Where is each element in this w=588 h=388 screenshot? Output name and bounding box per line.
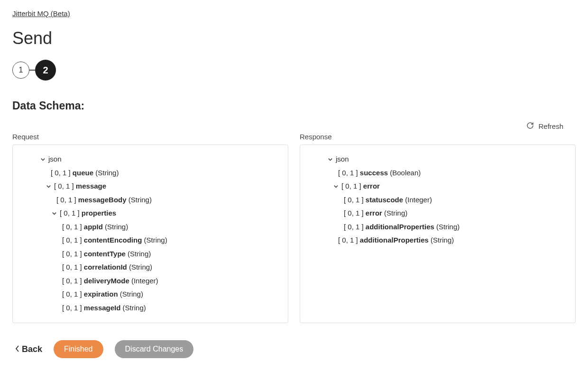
chevron-down-icon[interactable] — [51, 210, 57, 217]
refresh-icon — [526, 122, 534, 131]
chevron-down-icon[interactable] — [39, 156, 46, 162]
tree-node-label: [ 0, 1 ] error — [341, 181, 380, 192]
tree-node-label: json — [336, 154, 349, 165]
tree-node[interactable]: [ 0, 1 ] properties — [18, 207, 283, 220]
tree-node-label: [ 0, 1 ] error (String) — [344, 208, 407, 219]
stepper: 1 2 — [12, 60, 576, 81]
tree-node: [ 0, 1 ] queue (String) — [18, 166, 283, 180]
tree-node-label: [ 0, 1 ] additionalProperties (String) — [338, 235, 454, 246]
tree-node-label: [ 0, 1 ] success (Boolean) — [338, 168, 421, 179]
tree-node-label: [ 0, 1 ] message — [54, 181, 106, 192]
request-schema-box[interactable]: json[ 0, 1 ] queue (String)[ 0, 1 ] mess… — [12, 144, 288, 323]
tree-node-label: [ 0, 1 ] queue (String) — [51, 168, 119, 179]
tree-node-label: [ 0, 1 ] expiration (String) — [62, 289, 143, 300]
tree-node: [ 0, 1 ] deliveryMode (Integer) — [18, 274, 283, 288]
tree-node: [ 0, 1 ] contentEncoding (String) — [18, 234, 283, 247]
discard-changes-button[interactable]: Discard Changes — [115, 340, 194, 358]
breadcrumb-link[interactable]: Jitterbit MQ (Beta) — [12, 9, 70, 18]
tree-node: [ 0, 1 ] success (Boolean) — [305, 166, 570, 180]
tree-node: [ 0, 1 ] messageBody (String) — [18, 193, 283, 207]
chevron-down-icon[interactable] — [327, 156, 333, 162]
refresh-button[interactable]: Refresh — [12, 122, 576, 131]
tree-node-label: [ 0, 1 ] properties — [60, 208, 116, 219]
chevron-down-icon[interactable] — [332, 183, 339, 189]
tree-node: [ 0, 1 ] expiration (String) — [18, 288, 283, 301]
tree-node: [ 0, 1 ] statuscode (Integer) — [305, 193, 570, 207]
tree-node-label: [ 0, 1 ] statuscode (Integer) — [344, 195, 432, 206]
response-schema-box[interactable]: json[ 0, 1 ] success (Boolean)[ 0, 1 ] e… — [300, 144, 576, 323]
page-title: Send — [12, 28, 576, 48]
back-label: Back — [22, 344, 42, 354]
tree-node: [ 0, 1 ] error (String) — [305, 207, 570, 220]
tree-node-label: json — [48, 154, 62, 165]
tree-node: [ 0, 1 ] additionalProperties (String) — [305, 220, 570, 234]
step-2[interactable]: 2 — [35, 60, 56, 81]
tree-node-label: [ 0, 1 ] contentType (String) — [62, 249, 151, 260]
chevron-left-icon — [15, 344, 20, 354]
request-label: Request — [12, 133, 288, 141]
refresh-label: Refresh — [538, 122, 563, 130]
step-connector — [29, 70, 35, 71]
tree-node-label: [ 0, 1 ] appId (String) — [62, 222, 128, 233]
tree-node: [ 0, 1 ] contentType (String) — [18, 247, 283, 261]
tree-node-label: [ 0, 1 ] messageId (String) — [62, 303, 146, 314]
tree-node-label: [ 0, 1 ] additionalProperties (String) — [344, 222, 459, 233]
tree-node-label: [ 0, 1 ] messageBody (String) — [56, 195, 152, 206]
section-title: Data Schema: — [12, 99, 576, 112]
tree-node: [ 0, 1 ] additionalProperties (String) — [305, 234, 570, 247]
tree-node[interactable]: [ 0, 1 ] error — [305, 180, 570, 193]
back-button[interactable]: Back — [15, 344, 42, 354]
tree-node-label: [ 0, 1 ] contentEncoding (String) — [62, 235, 167, 246]
chevron-down-icon[interactable] — [45, 183, 52, 189]
tree-node: [ 0, 1 ] correlationId (String) — [18, 261, 283, 274]
response-label: Response — [300, 133, 576, 141]
tree-node: [ 0, 1 ] appId (String) — [18, 220, 283, 234]
tree-node-label: [ 0, 1 ] correlationId (String) — [62, 262, 152, 273]
finished-button[interactable]: Finished — [54, 340, 103, 358]
tree-node-label: [ 0, 1 ] deliveryMode (Integer) — [62, 276, 158, 287]
tree-node[interactable]: json — [18, 153, 283, 166]
tree-node[interactable]: json — [305, 153, 570, 166]
step-1[interactable]: 1 — [12, 62, 29, 79]
tree-node: [ 0, 1 ] messageId (String) — [18, 301, 283, 315]
tree-node[interactable]: [ 0, 1 ] message — [18, 180, 283, 193]
